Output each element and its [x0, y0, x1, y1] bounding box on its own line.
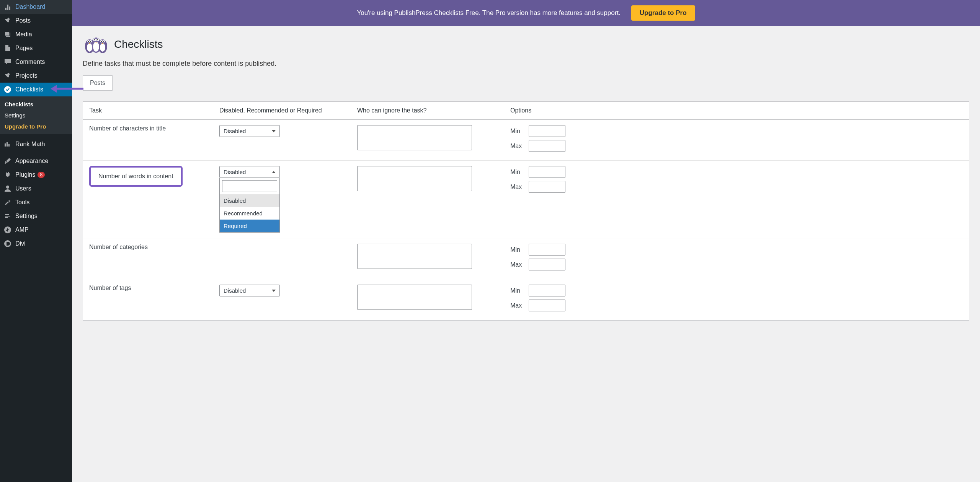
sidebar-item-posts[interactable]: Posts	[0, 14, 72, 28]
sidebar-label: Checklists	[15, 86, 43, 93]
table-row: Number of characters in title Disabled M…	[83, 120, 969, 161]
sidebar-item-checklists[interactable]: Checklists	[0, 83, 72, 96]
chart-icon	[4, 140, 11, 148]
min-input[interactable]	[529, 244, 565, 256]
sidebar-label: Projects	[15, 72, 38, 79]
pin-icon	[4, 17, 11, 24]
status-select[interactable]: Disabled	[219, 285, 280, 296]
wrench-icon	[4, 199, 11, 206]
page-title: Checklists	[114, 38, 163, 50]
dropdown-search-input[interactable]	[222, 180, 277, 192]
max-input[interactable]	[529, 300, 565, 311]
sidebar-label: Rank Math	[15, 141, 45, 148]
svg-point-19	[97, 39, 98, 41]
sidebar-label: Posts	[15, 17, 31, 24]
upgrade-banner: You're using PublishPress Checklists Fre…	[72, 0, 980, 26]
ignore-multiselect[interactable]	[357, 285, 472, 310]
header-status: Disabled, Recommended or Required	[213, 102, 351, 120]
table-row: Number of words in content Disabled Disa…	[83, 161, 969, 238]
sidebar-label: Media	[15, 31, 32, 38]
svg-point-8	[93, 42, 99, 52]
option-recommended[interactable]: Recommended	[220, 207, 279, 220]
media-icon	[4, 31, 11, 38]
min-input[interactable]	[529, 125, 565, 137]
max-label: Max	[510, 143, 525, 150]
sidebar-item-pages[interactable]: Pages	[0, 41, 72, 55]
sidebar-item-divi[interactable]: Divi	[0, 237, 72, 251]
table-row: Number of categories Min Max	[83, 238, 969, 279]
task-name: Number of characters in title	[83, 120, 213, 161]
svg-point-21	[103, 41, 104, 42]
checklist-table: Task Disabled, Recommended or Required W…	[83, 101, 969, 321]
banner-text: You're using PublishPress Checklists Fre…	[357, 9, 620, 17]
svg-point-18	[94, 39, 95, 41]
status-dropdown: Disabled Recommended Required	[219, 178, 280, 233]
max-input[interactable]	[529, 259, 565, 270]
min-label: Min	[510, 246, 525, 253]
main-content: You're using PublishPress Checklists Fre…	[72, 0, 980, 482]
sidebar-item-media[interactable]: Media	[0, 28, 72, 41]
max-label: Max	[510, 302, 525, 309]
max-label: Max	[510, 184, 525, 191]
sidebar-item-appearance[interactable]: Appearance	[0, 154, 72, 168]
option-disabled[interactable]: Disabled	[220, 194, 279, 207]
min-label: Min	[510, 128, 525, 135]
option-required[interactable]: Required	[220, 220, 279, 232]
sidebar-label: Pages	[15, 45, 33, 52]
status-select[interactable]: Disabled	[219, 125, 280, 137]
svg-point-16	[88, 41, 89, 42]
min-input[interactable]	[529, 285, 565, 296]
sidebar-item-users[interactable]: Users	[0, 182, 72, 195]
dashboard-icon	[4, 3, 11, 11]
sidebar-label: Dashboard	[15, 3, 45, 10]
plugin-logo-icon	[83, 33, 109, 56]
min-label: Min	[510, 169, 525, 176]
ignore-multiselect[interactable]	[357, 125, 472, 150]
sidebar-item-plugins[interactable]: Plugins 8	[0, 168, 72, 182]
sidebar-item-projects[interactable]: Projects	[0, 69, 72, 83]
admin-sidebar: Dashboard Posts Media Pages Comments Pro…	[0, 0, 72, 482]
sidebar-label: Plugins	[15, 171, 35, 178]
divi-icon	[4, 240, 11, 248]
task-name-highlighted: Number of words in content	[89, 166, 183, 187]
status-select[interactable]: Disabled	[219, 166, 280, 178]
sidebar-label: Comments	[15, 59, 45, 65]
submenu-checklists[interactable]: Checklists	[0, 99, 72, 110]
upgrade-button[interactable]: Upgrade to Pro	[631, 5, 695, 21]
comment-icon	[4, 58, 11, 66]
user-icon	[4, 185, 11, 192]
sidebar-item-comments[interactable]: Comments	[0, 55, 72, 69]
tab-bar: Posts	[72, 75, 980, 91]
sidebar-item-tools[interactable]: Tools	[0, 195, 72, 209]
header-ignore: Who can ignore the task?	[351, 102, 504, 120]
tab-posts[interactable]: Posts	[83, 75, 113, 91]
max-input[interactable]	[529, 140, 565, 152]
ignore-multiselect[interactable]	[357, 166, 472, 191]
svg-point-7	[87, 43, 92, 52]
pin-icon	[4, 72, 11, 80]
sliders-icon	[4, 212, 11, 220]
ignore-multiselect[interactable]	[357, 244, 472, 269]
min-input[interactable]	[529, 166, 565, 178]
svg-point-9	[100, 43, 105, 52]
sidebar-item-rankmath[interactable]: Rank Math	[0, 137, 72, 151]
submenu-settings[interactable]: Settings	[0, 110, 72, 121]
plugins-badge: 8	[38, 172, 45, 178]
sidebar-item-dashboard[interactable]: Dashboard	[0, 0, 72, 14]
sidebar-label: Divi	[15, 240, 26, 247]
sidebar-label: AMP	[15, 226, 29, 233]
task-name: Number of categories	[83, 238, 213, 279]
plug-icon	[4, 171, 11, 179]
table-row: Number of tags Disabled Min Max	[83, 279, 969, 320]
svg-point-0	[4, 86, 11, 93]
sidebar-label: Users	[15, 185, 31, 192]
svg-point-1	[6, 186, 9, 189]
sidebar-submenu: Checklists Settings Upgrade to Pro	[0, 96, 72, 134]
header-task: Task	[83, 102, 213, 120]
svg-point-17	[90, 41, 91, 42]
max-input[interactable]	[529, 181, 565, 193]
brush-icon	[4, 157, 11, 165]
submenu-upgrade[interactable]: Upgrade to Pro	[0, 121, 72, 132]
sidebar-item-amp[interactable]: AMP	[0, 223, 72, 237]
sidebar-item-settings[interactable]: Settings	[0, 209, 72, 223]
